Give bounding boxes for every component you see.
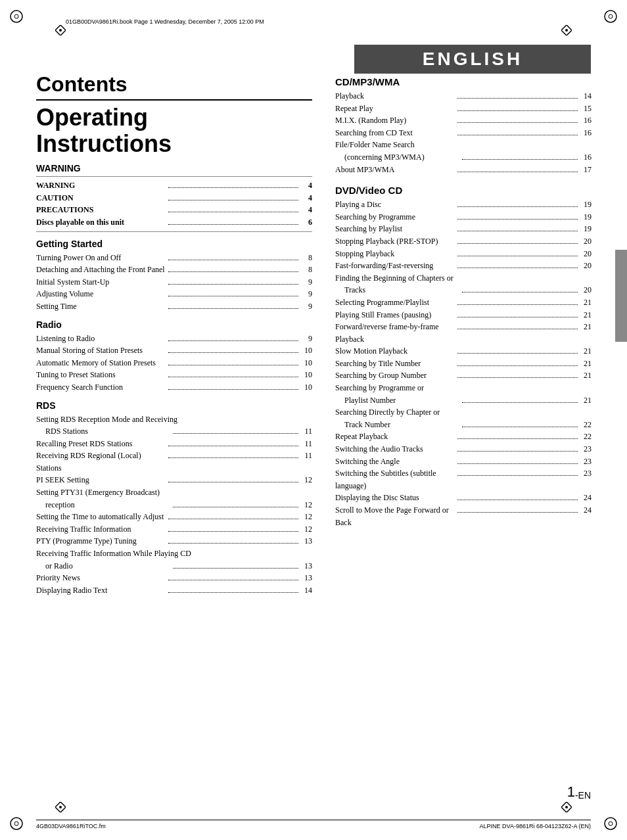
toc-entry-power: Turning Power On and Off 8 <box>36 252 312 264</box>
section-radio-header: Radio <box>36 319 312 330</box>
corner-mark-bl <box>9 816 24 831</box>
toc-entry-volume: Adjusting Volume 9 <box>36 288 312 300</box>
right-column: CD/MP3/WMA Playback 14 Repeat Play 15 M.… <box>335 72 592 528</box>
toc-entry-scroll-page: Scroll to Move the Page Forward or Back … <box>335 504 592 528</box>
svg-point-15 <box>565 806 568 808</box>
toc-entry-radio-text: Displaying Radio Text 14 <box>36 584 312 597</box>
svg-point-3 <box>609 14 613 18</box>
toc-entry-still-frames: Playing Still Frames (pausing) 21 <box>335 309 592 321</box>
toc-entry-traffic-info: Receiving Traffic Information 12 <box>36 523 312 536</box>
toc-entry-switch-audio: Switching the Audio Tracks 23 <box>335 443 592 455</box>
top-file-info-text: 01GB00DVA9861Ri.book Page 1 Wednesday, D… <box>66 18 264 25</box>
toc-entry-pi-seek: PI SEEK Setting 12 <box>36 474 312 486</box>
toc-entry-repeat-playback: Repeat Playback 22 <box>335 431 592 443</box>
toc-entry-front-panel: Detaching and Attaching the Front Panel … <box>36 264 312 276</box>
toc-entry-find-chapters-line1: Finding the Beginning of Chapters or <box>335 272 592 285</box>
warning-section: WARNING 4 CAUTION 4 PRECAUTIONS 4 Discs … <box>36 176 312 231</box>
toc-entry-precautions: PRECAUTIONS 4 <box>36 204 312 216</box>
section-rds-header: RDS <box>36 400 312 411</box>
radio-section: Listening to Radio 9 Manual Storing of S… <box>36 333 312 394</box>
toc-entry-pty31-reception: reception 12 <box>36 499 312 511</box>
left-column: Contents Operating Instructions WARNING … <box>36 72 312 596</box>
toc-entry-warning: WARNING 4 <box>36 179 312 192</box>
arrow-mark-bottom-left <box>55 802 66 815</box>
arrow-mark-top-right <box>561 25 572 38</box>
toc-entry-search-group-num: Searching by Group Number 21 <box>335 369 592 382</box>
toc-entry-search-prog-playlist-num: Playlist Number 21 <box>335 394 592 407</box>
toc-entry-folder-search-line1: File/Folder Name Search <box>335 139 592 151</box>
toc-entry-system-startup: Initial System Start-Up 9 <box>36 276 312 289</box>
svg-point-11 <box>565 29 568 32</box>
toc-entry-pty31-line1: Setting PTY31 (Emergency Broadcast) <box>36 486 312 499</box>
toc-entry-playing-disc: Playing a Disc 19 <box>335 198 592 211</box>
toc-entry-stop-playback: Stopping Playback 20 <box>335 248 592 260</box>
svg-point-0 <box>11 11 22 22</box>
main-content: Contents Operating Instructions WARNING … <box>36 72 591 801</box>
section-cdmp3-header: CD/MP3/WMA <box>335 76 592 87</box>
toc-entry-switch-angle: Switching the Angle 23 <box>335 455 592 468</box>
svg-point-4 <box>11 818 22 829</box>
toc-entry-priority-news: Priority News 13 <box>36 572 312 584</box>
section-getting-started-header: Getting Started <box>36 239 312 249</box>
toc-entry-slow-motion: Slow Motion Playback 21 <box>335 345 592 358</box>
toc-entry-manual-presets: Manual Storing of Station Presets 10 <box>36 344 312 357</box>
svg-point-13 <box>59 806 62 808</box>
toc-entry-disc-status: Displaying the Disc Status 24 <box>335 492 592 504</box>
bottom-right-text: ALPINE DVA-9861Ri 68-04123Z62-A (EN) <box>480 823 591 829</box>
toc-entry-search-chapter-line1: Searching Directly by Chapter or <box>335 406 592 419</box>
bottom-bar: 4GB03DVA9861RiTOC.fm ALPINE DVA-9861Ri 6… <box>36 820 591 829</box>
toc-entry-caution: CAUTION 4 <box>36 192 312 204</box>
toc-entry-select-prog-playlist: Selecting Programme/Playlist 21 <box>335 296 592 309</box>
bottom-left-file: 4GB03DVA9861RiTOC.fm <box>36 823 106 829</box>
corner-mark-tl <box>9 9 24 24</box>
page-number: 1-EN <box>567 783 591 801</box>
toc-entry-cd-text-search: Searching from CD Text 16 <box>335 127 592 139</box>
corner-mark-br <box>603 816 618 831</box>
toc-entry-search-programme: Searching by Programme 19 <box>335 211 592 223</box>
toc-entry-search-chapter-track: Track Number 22 <box>335 419 592 431</box>
toc-entry-mix-play: M.I.X. (Random Play) 16 <box>335 114 592 127</box>
toc-entry-tuning-presets: Tuning to Preset Stations 10 <box>36 369 312 381</box>
arrow-mark-top-left <box>55 25 66 38</box>
toc-entry-find-chapters-tracks: Tracks 20 <box>335 284 592 296</box>
toc-entry-freq-search: Frequency Search Function 10 <box>36 381 312 394</box>
toc-entry-rds-regional: Receiving RDS Regional (Local) Stations … <box>36 450 312 474</box>
toc-entry-search-title-num: Searching by Title Number 21 <box>335 358 592 370</box>
toc-entry-fast-forward: Fast-forwarding/Fast-reversing 20 <box>335 260 592 272</box>
svg-point-2 <box>605 11 616 22</box>
toc-entry-traffic-cd-or-radio: or Radio 13 <box>36 560 312 572</box>
svg-point-5 <box>14 822 18 826</box>
contents-heading: Contents <box>36 72 312 101</box>
cdmp3-section: Playback 14 Repeat Play 15 M.I.X. (Rando… <box>335 90 592 175</box>
getting-started-section: Turning Power On and Off 8 Detaching and… <box>36 252 312 313</box>
top-file-info: 01GB00DVA9861Ri.book Page 1 Wednesday, D… <box>66 18 561 25</box>
toc-entry-about-mp3: About MP3/WMA 17 <box>335 164 592 176</box>
toc-entry-search-playlist: Searching by Playlist 19 <box>335 223 592 235</box>
svg-point-9 <box>59 29 62 32</box>
svg-point-1 <box>14 14 18 18</box>
svg-point-7 <box>609 822 613 826</box>
toc-entry-frame-by-frame: Forward/reverse frame-by-frame Playback … <box>335 321 592 345</box>
toc-entry-auto-presets: Automatic Memory of Station Presets 10 <box>36 357 312 369</box>
corner-mark-tr <box>603 9 618 24</box>
section-dvd-header: DVD/Video CD <box>335 185 592 196</box>
toc-entry-playback: Playback 14 <box>335 90 592 103</box>
op-instructions-heading: Operating Instructions <box>36 105 312 156</box>
arrow-mark-bottom-right <box>561 802 572 815</box>
side-tab <box>615 250 627 342</box>
svg-point-6 <box>605 818 616 829</box>
toc-entry-pty-tuning: PTY (Programme Type) Tuning 13 <box>36 535 312 548</box>
page: 01GB00DVA9861Ri.book Page 1 Wednesday, D… <box>0 0 627 840</box>
section-warning-header: WARNING <box>36 163 312 174</box>
toc-entry-rds-mode-line1: Setting RDS Reception Mode and Receiving <box>36 413 312 426</box>
toc-entry-listen-radio: Listening to Radio 9 <box>36 333 312 345</box>
english-banner: ENGLISH <box>354 45 591 74</box>
toc-entry-repeat-play: Repeat Play 15 <box>335 103 592 115</box>
toc-entry-stop-prestop: Stopping Playback (PRE-STOP) 20 <box>335 235 592 248</box>
toc-entry-search-prog-or-line1: Searching by Programme or <box>335 382 592 394</box>
toc-entry-switch-subtitles: Switching the Subtitles (subtitle langua… <box>335 467 592 492</box>
toc-entry-time-adjust: Setting the Time to automatically Adjust… <box>36 511 312 523</box>
toc-entry-discs-playable: Discs playable on this unit 6 <box>36 216 312 229</box>
toc-entry-folder-search-mp3: (concerning MP3/WMA) 16 <box>335 151 592 164</box>
toc-entry-recall-rds: Recalling Preset RDS Stations 11 <box>36 438 312 450</box>
